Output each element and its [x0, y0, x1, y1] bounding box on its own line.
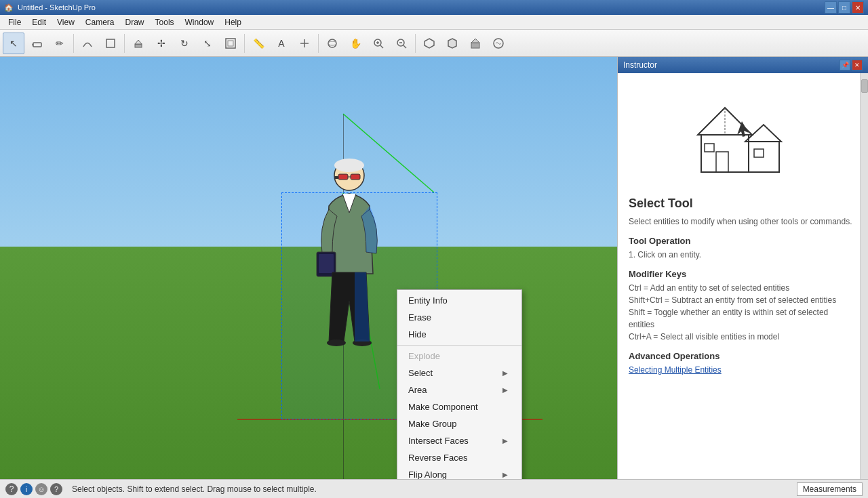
character-figure — [309, 152, 397, 355]
zoom-extents-button[interactable] — [391, 33, 412, 54]
svg-marker-21 — [471, 39, 479, 43]
zoom-tool-button[interactable] — [368, 33, 389, 54]
ctx-intersect-arrow: ▶ — [502, 437, 508, 444]
svg-rect-2 — [106, 39, 115, 47]
instructor-panel: Instructor 📌 ✕ — [617, 57, 868, 479]
toolbar: ↖ ✏ ✢ ↻ ⤡ 📏 A ✋ — [0, 30, 868, 57]
status-icon-help[interactable]: ? — [50, 483, 62, 495]
axes-tool-button[interactable] — [294, 33, 315, 54]
svg-point-10 — [328, 41, 336, 45]
svg-point-9 — [328, 39, 336, 47]
arc-tool-button[interactable] — [77, 33, 98, 54]
ctx-select-arrow: ▶ — [502, 369, 508, 377]
pan-tool-button[interactable]: ✋ — [344, 33, 366, 54]
ctx-make-group[interactable]: Make Group — [397, 415, 521, 432]
ctx-hide[interactable]: Hide — [397, 326, 521, 343]
statusbar-text: Select objects. Shift to extend select. … — [72, 484, 317, 494]
rotate-tool-button[interactable]: ↻ — [174, 33, 195, 54]
app-icon: 🏠 — [4, 3, 14, 12]
context-menu: Entity Info Erase Hide Explode Select ▶ … — [397, 289, 522, 479]
svg-rect-33 — [319, 254, 334, 273]
titlebar-left: 🏠 Untitled - SketchUp Pro — [4, 3, 96, 12]
svg-rect-42 — [754, 149, 764, 157]
pencil-tool-button[interactable]: ✏ — [49, 33, 71, 54]
status-icon-info[interactable]: i — [20, 483, 33, 495]
svg-marker-1 — [32, 43, 33, 47]
svg-rect-0 — [33, 43, 41, 47]
instructor-modifier-title: Modifier Keys — [629, 269, 854, 279]
instructor-advanced-link: Selecting Multiple Entities — [629, 364, 854, 376]
menu-view[interactable]: View — [52, 16, 80, 28]
ctx-entity-info[interactable]: Entity Info — [397, 292, 521, 309]
ctx-separator-1 — [397, 345, 521, 346]
instructor-advanced-title: Advanced Operations — [629, 351, 854, 361]
ctx-reverse-faces[interactable]: Reverse Faces — [397, 449, 521, 466]
titlebar-controls: — □ ✕ — [825, 1, 864, 14]
ctx-erase[interactable]: Erase — [397, 309, 521, 326]
statusbar: ? i ☺ ? Select objects. Shift to extend … — [0, 479, 868, 498]
offset-tool-button[interactable] — [220, 33, 241, 54]
status-icon-question[interactable]: ? — [5, 483, 18, 495]
instructor-titlebar: Instructor 📌 ✕ — [618, 57, 868, 73]
shape-tool-button[interactable] — [100, 33, 121, 54]
ctx-area[interactable]: Area ▶ — [397, 381, 521, 398]
eraser-tool-button[interactable] — [26, 33, 47, 54]
svg-rect-3 — [135, 44, 142, 47]
house-illustration — [681, 84, 803, 186]
scale-tool-button[interactable]: ⤡ — [197, 33, 218, 54]
ctx-flip-arrow: ▶ — [502, 471, 508, 478]
push-pull-button[interactable] — [127, 33, 149, 54]
ctx-intersect-faces[interactable]: Intersect Faces ▶ — [397, 432, 521, 449]
ctx-flip-along[interactable]: Flip Along ▶ — [397, 466, 521, 479]
menu-window[interactable]: Window — [180, 16, 220, 28]
statusbar-icons: ? i ☺ ? — [5, 483, 62, 495]
viewport[interactable]: Entity Info Erase Hide Explode Select ▶ … — [0, 57, 617, 479]
titlebar: 🏠 Untitled - SketchUp Pro — □ ✕ — [0, 0, 868, 15]
menu-tools[interactable]: Tools — [150, 16, 180, 28]
svg-rect-5 — [226, 39, 235, 48]
instructor-body: Select Tool Select entities to modify wh… — [618, 73, 868, 479]
measurements-label: Measurements — [803, 484, 856, 494]
status-icon-user[interactable]: ☺ — [35, 483, 47, 495]
menu-file[interactable]: File — [3, 16, 26, 28]
toolbar-separator-4 — [318, 34, 319, 53]
ctx-explode: Explode — [397, 348, 521, 365]
components-button-1[interactable] — [418, 33, 440, 54]
move-tool-button[interactable]: ✢ — [151, 33, 172, 54]
text-tool-button[interactable]: A — [271, 33, 292, 54]
svg-marker-4 — [135, 40, 142, 44]
menu-help[interactable]: Help — [219, 16, 247, 28]
components-button-4[interactable] — [488, 33, 509, 54]
svg-rect-20 — [471, 43, 479, 48]
toolbar-separator-5 — [415, 34, 416, 53]
toolbar-separator-2 — [124, 34, 125, 53]
close-button[interactable]: ✕ — [852, 1, 864, 14]
instructor-scrollbar[interactable] — [860, 73, 868, 479]
instructor-operation-title: Tool Operation — [629, 236, 854, 246]
svg-rect-36 — [701, 135, 749, 172]
svg-marker-19 — [448, 39, 456, 48]
menu-edit[interactable]: Edit — [26, 16, 52, 28]
svg-point-27 — [334, 159, 364, 172]
minimize-button[interactable]: — — [825, 1, 837, 14]
orbit-tool-button[interactable] — [321, 33, 343, 54]
ctx-select[interactable]: Select ▶ — [397, 365, 521, 381]
instructor-tool-desc: Select entities to modify when using oth… — [629, 216, 854, 228]
svg-point-34 — [327, 339, 346, 346]
select-tool-button[interactable]: ↖ — [3, 33, 24, 54]
instructor-close-button[interactable]: ✕ — [852, 60, 863, 70]
components-button-3[interactable] — [465, 33, 486, 54]
tape-tool-button[interactable]: 📏 — [248, 33, 269, 54]
ctx-make-component[interactable]: Make Component — [397, 398, 521, 415]
instructor-pin-button[interactable]: 📌 — [840, 60, 850, 70]
app-title: Untitled - SketchUp Pro — [18, 3, 96, 12]
measurements-box: Measurements — [797, 482, 863, 496]
main-area: Entity Info Erase Hide Explode Select ▶ … — [0, 57, 868, 479]
menu-camera[interactable]: Camera — [80, 16, 120, 28]
svg-line-16 — [403, 45, 406, 48]
menu-draw[interactable]: Draw — [120, 16, 150, 28]
svg-rect-41 — [705, 144, 714, 152]
components-button-2[interactable] — [441, 33, 463, 54]
scroll-thumb[interactable] — [861, 79, 868, 93]
maximize-button[interactable]: □ — [838, 1, 850, 14]
